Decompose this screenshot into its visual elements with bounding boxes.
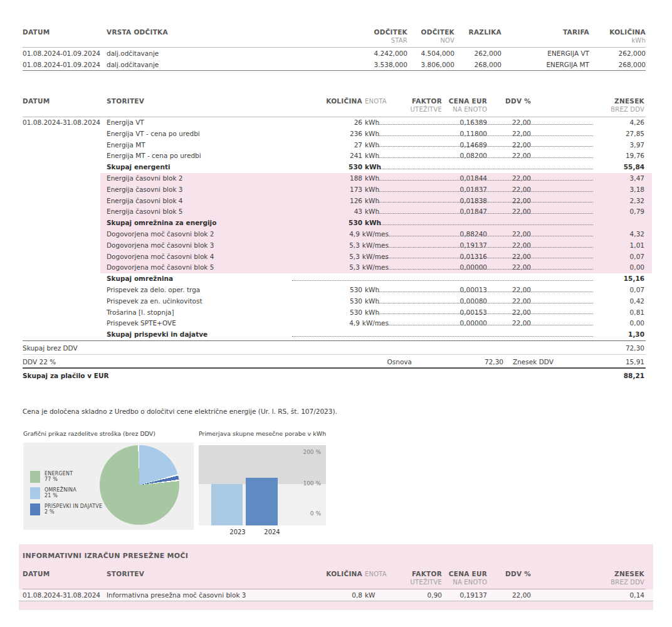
services-table-row: Trošarina [I. stopnja] 530kWh 0,00153 22… (23, 307, 646, 319)
invoice-page: DATUM VRSTA ODČITKA ODČITEK STAR ODČITEK… (0, 0, 672, 610)
meter-readings-table: DATUM VRSTA ODČITKA ODČITEK STAR ODČITEK… (23, 28, 646, 71)
dotted-leader (377, 314, 593, 314)
excess-power-row: 01.08.2024-31.08.2024 Informativna prese… (19, 589, 653, 601)
cell-datum: 01.08.2024-31.08.2024 (23, 589, 107, 601)
cell-datum (23, 150, 107, 162)
meter-table-row: 01.08.2024-01.09.2024 dalj.odčitavanje 3… (23, 59, 646, 70)
cell-datum (23, 285, 107, 296)
totals-section: Skupaj brez DDV 72,30 DDV 22 % Osnova 72… (23, 341, 646, 382)
cell-datum (23, 129, 107, 140)
cell-cena: 0,00013 (442, 285, 489, 296)
cell-kolicina: 268,000 (589, 59, 646, 70)
cell-storitev: Prispevek SPTE+OVE (107, 318, 313, 329)
services-table-row: Energija MT 27kWh 0,14689 22,00 3,97 (23, 140, 646, 151)
col-storitev: STORITEV (107, 97, 313, 105)
cost-distribution-pie (100, 445, 179, 525)
cell-storitev: Skupaj prispevki in dajatve (107, 329, 313, 340)
cell-storitev: Dogovorjena moč časovni blok 2 (107, 229, 313, 240)
cell-znesek: 15,16 (533, 273, 646, 285)
cell-storitev: Energija časovni blok 5 (107, 206, 313, 218)
col-faktor: FAKTOR UTEŽITVE (389, 97, 442, 113)
cell-storitev: Skupaj energenti (107, 162, 313, 173)
pie-chart-title: Grafični prikaz razdelitve stroška (brez… (23, 430, 155, 437)
services-table-row: Energija MT - cena po uredbi 241kWh 0,08… (23, 150, 646, 162)
col-ddv: DDV % (489, 97, 533, 105)
services-table-row: Dogovorjena moč časovni blok 2 4,9kW/mes… (23, 229, 646, 240)
cell-datum (23, 273, 107, 285)
cell-faktor (389, 262, 442, 273)
excess-power-title: INFORMATIVNI IZRAČUN PRESEŽNE MOČI (23, 552, 646, 560)
cell-ddv (489, 162, 533, 173)
services-table-row: Energija časovni blok 2 188kWh 0,01844 2… (23, 173, 646, 184)
cell-storitev: Dogovorjena moč časovni blok 3 (107, 240, 313, 251)
cell-storitev: Dogovorjena moč časovni blok 5 (107, 262, 313, 273)
dotted-leader (377, 135, 593, 136)
cell-cena (442, 162, 489, 173)
dotted-leader (377, 180, 593, 181)
cell-ddv: 22,00 (489, 307, 533, 319)
dotted-leader (377, 202, 593, 203)
cell-kolicina: 188kWh (313, 173, 389, 184)
cell-znesek: 55,84 (533, 162, 646, 173)
cell-faktor (389, 218, 442, 229)
cell-storitev: Dogovorjena moč časovni blok 4 (107, 251, 313, 263)
cell-kolicina: 5,3kW/mes (313, 262, 389, 273)
cell-kolicina: 4,9kW/mes (313, 229, 389, 240)
services-table-row: Skupaj omrežnina za energijo 530kWh (23, 218, 646, 229)
cell-kolicina (313, 329, 389, 340)
cell-faktor (389, 150, 442, 162)
cell-kolicina: 0,8kW (313, 589, 389, 601)
cell-znesek: 0,00 (533, 262, 646, 273)
cell-kolicina: 5,3kW/mes (313, 240, 389, 251)
cell-faktor (389, 117, 442, 129)
cell-ddv: 22,00 (489, 229, 533, 240)
services-table-row: Dogovorjena moč časovni blok 4 5,3kW/mes… (23, 251, 646, 263)
cell-storitev: Energija MT - cena po uredbi (107, 150, 313, 162)
cell-kolicina: 5,3kW/mes (313, 251, 389, 263)
grand-total-value: 88,21 (624, 369, 644, 382)
cell-faktor (389, 296, 442, 307)
cell-faktor (389, 184, 442, 196)
cell-cena: 0,11800 (442, 129, 489, 140)
cell-faktor (389, 240, 442, 251)
cell-znesek: 2,32 (533, 196, 646, 207)
cell-faktor (389, 285, 442, 296)
znesek-ddv-value: 15,91 (626, 355, 644, 369)
cell-cena: 0,01847 (442, 206, 489, 218)
dotted-leader (292, 336, 593, 337)
cell-datum: 01.08.2024-31.08.2024 (23, 117, 107, 129)
cell-odcitek-star: 3.538,000 (313, 59, 407, 70)
legend-swatch-omreznina (30, 487, 40, 499)
cell-ddv (489, 218, 533, 229)
cell-kolicina: 173kWh (313, 184, 389, 196)
services-table-row: Skupaj omrežnina 15,16 (23, 273, 646, 285)
cell-storitev: Energija časovni blok 3 (107, 184, 313, 196)
y-axis-label-0: 0 % (310, 510, 321, 517)
col-datum: DATUM (23, 570, 107, 578)
cell-tarifa: ENERGIJA MT (501, 59, 589, 70)
dotted-leader (377, 258, 593, 258)
col-kolicina-enota: KOLIČINA ENOTA (313, 570, 389, 578)
legend-item-omreznina: OMREŽNINA 21 % (30, 487, 102, 499)
cell-znesek: 3,47 (533, 173, 646, 184)
cell-faktor (389, 251, 442, 263)
cell-storitev: Energija MT (107, 140, 313, 151)
cell-znesek: 0,07 (533, 251, 646, 263)
col-kolicina-enota: KOLIČINA ENOTA (313, 97, 389, 105)
osnova-value: 72,30 (23, 355, 503, 369)
cell-kolicina (313, 273, 389, 285)
cell-znesek: 3,18 (533, 184, 646, 196)
meter-table-header: DATUM VRSTA ODČITKA ODČITEK STAR ODČITEK… (23, 28, 646, 48)
excess-power-panel: INFORMATIVNI IZRAČUN PRESEŽNE MOČI DATUM… (19, 544, 653, 610)
dotted-leader (377, 292, 593, 292)
total-brez-ddv-row: Skupaj brez DDV 72,30 (23, 341, 646, 355)
cell-kolicina: 262,000 (589, 48, 646, 59)
services-table-row: Energija VT - cena po uredbi 236kWh 0,11… (23, 129, 646, 140)
cell-znesek: 0,42 (533, 296, 646, 307)
dotted-leader (377, 124, 593, 125)
cell-kolicina: 241kWh (313, 150, 389, 162)
services-table-row: Dogovorjena moč časovni blok 5 5,3kW/mes… (23, 262, 646, 273)
services-table: DATUM STORITEV KOLIČINA ENOTA FAKTOR UTE… (23, 97, 646, 341)
cell-cena: 0,00000 (442, 318, 489, 329)
cell-faktor (389, 173, 442, 184)
